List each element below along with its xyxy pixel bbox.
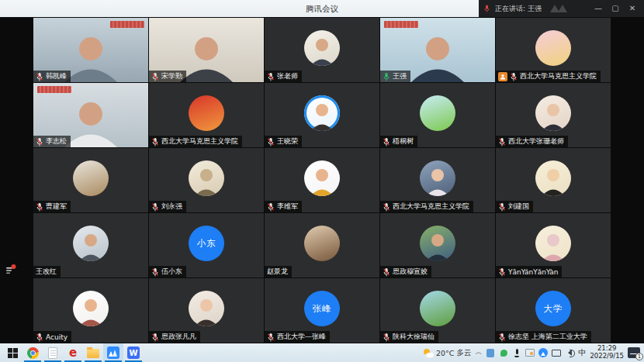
participant-label: 西北大学马克思主义学院 [496, 71, 601, 82]
green-status-tray-icon[interactable] [499, 348, 508, 357]
participant-name: 西北大学张珊老师 [508, 136, 564, 147]
participant-name: 伍小东 [161, 267, 182, 277]
taskbar-wps[interactable]: W [123, 343, 144, 362]
participant-name: 李维军 [277, 202, 298, 212]
participant-label: 伍小东 [149, 266, 186, 278]
minimize-button[interactable]: — [591, 2, 605, 16]
participant-tile[interactable]: 曹建军 [33, 148, 148, 212]
action-center-button[interactable]: 1 [628, 347, 640, 358]
participant-label: 韩凯峰 [33, 71, 71, 82]
participant-name: 西北大学马克思主义学院 [393, 202, 469, 212]
taskbar-notepad[interactable] [43, 343, 63, 362]
avatar-text: 小东 [197, 238, 216, 250]
weather-temp: 20°C [436, 349, 454, 357]
avatar [304, 95, 340, 131]
mic-muted-icon [498, 267, 506, 277]
screenshot-tray-icon[interactable] [525, 348, 535, 357]
mic-muted-icon [267, 333, 275, 342]
mic-muted-icon [267, 202, 275, 212]
taskbar-file-explorer[interactable] [83, 343, 103, 362]
mic-muted-icon [383, 267, 390, 277]
maximize-button[interactable]: ▢ [608, 2, 622, 16]
avatar [304, 160, 340, 196]
close-button[interactable]: ✕ [625, 2, 639, 16]
participant-tile[interactable]: 刘永强 [149, 148, 264, 212]
speaking-mic-icon [483, 4, 490, 13]
chat-notification-icon[interactable] [5, 264, 17, 276]
ime-indicator[interactable]: 中 [578, 347, 586, 358]
participant-tile[interactable]: 西北大学马克思主义学院 [149, 83, 264, 147]
participant-tile[interactable]: 张峰西北大学—张峰 [265, 278, 379, 343]
meeting-tray-icon[interactable] [538, 348, 548, 357]
participant-name: 张老师 [277, 71, 298, 81]
clock-date: 2022/9/15 [590, 353, 624, 360]
hidden-icons-arrow[interactable]: ︿ [475, 347, 482, 357]
display-tray-icon[interactable] [552, 348, 561, 357]
participant-name: 宋学勤 [161, 71, 182, 81]
notification-badge: 1 [635, 353, 643, 360]
participant-label: 赵景龙 [265, 266, 292, 278]
participant-label: 陕科大徐瑞仙 [380, 331, 438, 343]
avatar: 小东 [189, 226, 224, 261]
participant-tile[interactable]: 赵景龙 [265, 213, 379, 278]
participant-tile[interactable]: 西北大学马克思主义学院 [380, 148, 495, 212]
participant-tile[interactable]: Acuity [33, 278, 148, 343]
participant-label: YānYánYǎnYàn [496, 266, 562, 278]
taskbar-tencent-meeting[interactable] [103, 343, 123, 362]
folder-icon [87, 349, 99, 358]
participant-tile[interactable]: 李维军 [265, 148, 379, 212]
chrome-icon [27, 347, 39, 359]
mic-muted-icon [383, 202, 390, 212]
usb-tray-icon[interactable] [486, 348, 495, 357]
participant-label: 梧桐树 [380, 136, 417, 147]
avatar-text: 大学 [544, 303, 563, 315]
mic-muted-icon [498, 202, 506, 212]
participant-tile[interactable]: 宋学勤 [149, 18, 264, 82]
participant-tile[interactable]: 西北大学马克思主义学院 [496, 18, 611, 82]
participant-tile[interactable]: 刘建国 [496, 148, 611, 212]
taskbar-browser-e[interactable]: e [63, 343, 83, 362]
participant-label: 王强 [380, 71, 410, 82]
participant-label: 曹建军 [33, 201, 71, 212]
avatar [304, 30, 340, 66]
participant-tile[interactable]: 思政张凡凡 [149, 278, 264, 343]
start-button[interactable] [2, 343, 23, 362]
participant-tile[interactable]: 王强 [380, 18, 495, 82]
participant-name: 梧桐树 [393, 136, 414, 147]
participant-tile[interactable]: 张老师 [265, 18, 379, 82]
titlebar-status-area: 正在讲话: 王强 — ▢ ✕ [479, 0, 644, 17]
mic-speaking-icon [383, 72, 390, 81]
participant-tile[interactable]: 李志松 [33, 83, 148, 147]
participant-tile[interactable]: 王改红 [33, 213, 148, 278]
weather-widget[interactable]: 20°C 多云 [424, 348, 471, 358]
participant-label: 张老师 [265, 71, 302, 82]
avatar [73, 291, 109, 326]
meeting-main-area: 韩凯峰宋学勤张老师王强西北大学马克思主义学院李志松西北大学马克思主义学院王晓荣梧… [0, 17, 644, 343]
participant-name: 韩凯峰 [46, 71, 67, 81]
participant-name: 思政张凡凡 [161, 332, 196, 342]
participant-name: 赵景龙 [267, 267, 288, 277]
volume-icon[interactable] [565, 348, 574, 357]
microphone-tray-icon[interactable] [512, 348, 521, 357]
participant-tile[interactable]: 大学徐志坚 上海第二工业大学 [496, 278, 611, 343]
participant-tile[interactable]: 王晓荣 [265, 83, 379, 147]
avatar [535, 226, 571, 261]
participant-tile[interactable]: 小东伍小东 [149, 213, 264, 278]
windows-taskbar: e W 20°C 多云 ︿ 中 21:29 2022/9/15 1 [0, 343, 644, 362]
taskbar-clock[interactable]: 21:29 2022/9/15 [590, 345, 624, 360]
avatar [535, 30, 571, 66]
participant-name: 王晓荣 [277, 136, 298, 147]
participant-tile[interactable]: YānYánYǎnYàn [496, 213, 611, 278]
participant-tile[interactable]: 西北大学张珊老师 [496, 83, 611, 147]
taskbar-chrome[interactable] [23, 343, 43, 362]
avatar [535, 95, 571, 131]
participant-tile[interactable]: 陕科大徐瑞仙 [380, 278, 495, 343]
avatar [73, 160, 109, 196]
windows-logo-icon [8, 348, 18, 358]
participant-tile[interactable]: 梧桐树 [380, 83, 495, 147]
mic-muted-icon [151, 137, 159, 147]
participant-tile[interactable]: 思政穆宣姣 [380, 213, 495, 278]
avatar [189, 160, 224, 196]
participant-tile[interactable]: 韩凯峰 [33, 18, 148, 82]
participant-label: 思政穆宣姣 [380, 266, 431, 278]
